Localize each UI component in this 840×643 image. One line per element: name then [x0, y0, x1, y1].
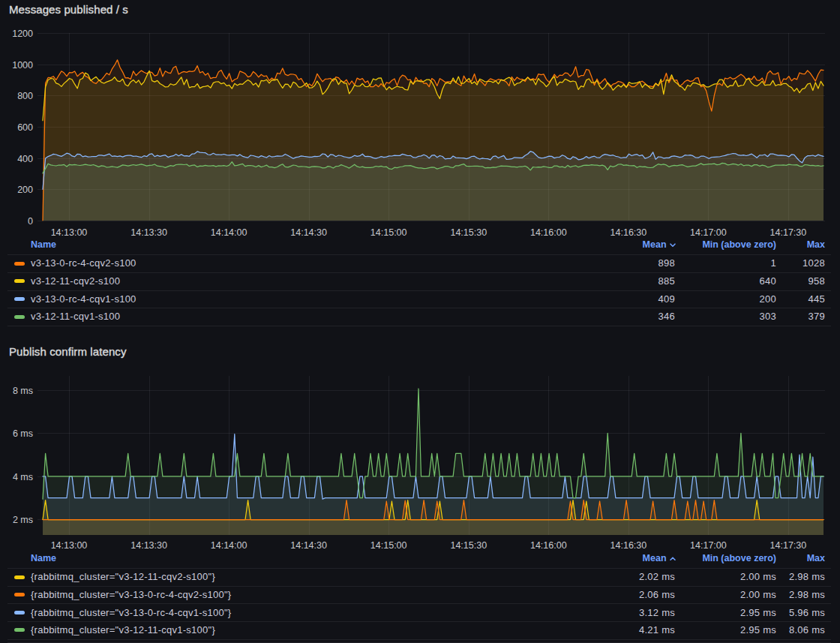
- svg-text:14:14:30: 14:14:30: [290, 540, 327, 551]
- svg-text:200: 200: [17, 185, 33, 195]
- svg-text:14:17:00: 14:17:00: [690, 540, 727, 551]
- svg-text:14:14:00: 14:14:00: [211, 540, 248, 551]
- svg-text:4 ms: 4 ms: [13, 472, 33, 482]
- svg-text:2 ms: 2 ms: [13, 515, 33, 525]
- svg-text:14:16:00: 14:16:00: [530, 227, 567, 238]
- svg-text:14:13:30: 14:13:30: [130, 540, 167, 551]
- svg-text:1200: 1200: [12, 29, 33, 39]
- svg-text:400: 400: [17, 154, 33, 164]
- svg-text:800: 800: [17, 91, 33, 101]
- svg-text:14:14:30: 14:14:30: [290, 227, 327, 238]
- svg-text:600: 600: [17, 122, 33, 133]
- svg-text:14:16:30: 14:16:30: [610, 540, 647, 551]
- svg-text:14:13:00: 14:13:00: [51, 540, 88, 551]
- svg-text:0: 0: [28, 216, 33, 227]
- svg-text:14:15:00: 14:15:00: [370, 540, 407, 551]
- svg-text:14:15:30: 14:15:30: [450, 227, 487, 238]
- svg-text:8 ms: 8 ms: [13, 386, 33, 396]
- svg-text:14:15:00: 14:15:00: [370, 227, 407, 238]
- svg-text:1000: 1000: [12, 60, 33, 71]
- svg-text:14:13:30: 14:13:30: [130, 227, 167, 238]
- svg-text:14:17:30: 14:17:30: [770, 540, 807, 551]
- svg-text:6 ms: 6 ms: [13, 428, 33, 439]
- svg-text:14:14:00: 14:14:00: [211, 227, 248, 238]
- svg-text:14:16:00: 14:16:00: [530, 540, 567, 551]
- svg-text:14:15:30: 14:15:30: [450, 540, 487, 551]
- svg-text:14:16:30: 14:16:30: [610, 227, 647, 238]
